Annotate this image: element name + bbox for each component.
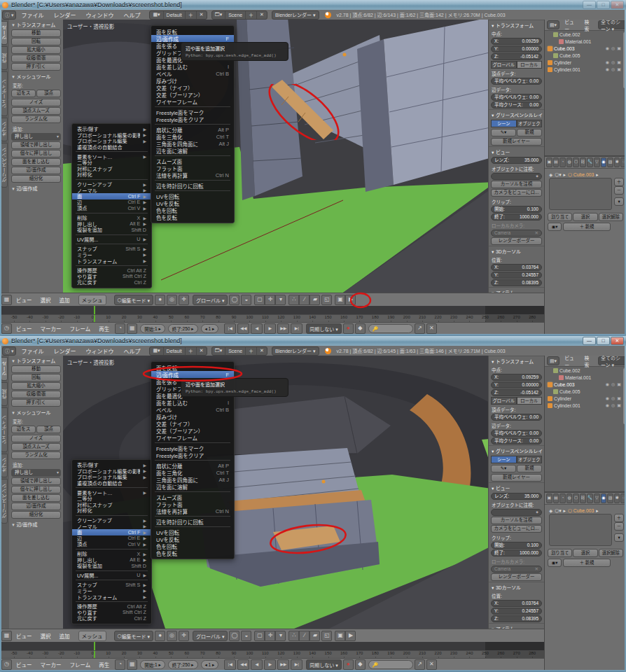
outliner-row-1[interactable]: Material.001 [545,374,626,381]
face-submenu-item-22[interactable]: 法線を再計算Ctrl N [151,507,234,514]
selectable-arrow-icon[interactable]: ◎ [611,46,615,50]
frame-end-field[interactable]: 終了: 250 ▸ [168,660,198,669]
face-submenu-item-8[interactable]: 交差（ナイフ） [151,420,234,427]
layout-add-button[interactable]: ＋ [186,11,197,19]
outliner-editor-type-button[interactable]: ▤▾ [547,356,559,365]
keying-set-icon[interactable]: ◆ [355,323,366,334]
gpencil-object-toggle[interactable]: オブジェクト [517,120,543,127]
mesh-context-menu-item-24[interactable]: トランスフォーム▶ [72,258,151,264]
pivot-point-dropdown[interactable]: ◎ [167,295,177,305]
screen-layout-selector[interactable]: ▦▾Default＋✕ [149,346,207,356]
timeline-menu-2[interactable]: フレーム [70,325,91,332]
snap-peel-icon[interactable]: ▾ [275,631,286,641]
median-field-1[interactable]: Y:0.00000 [491,382,542,388]
mesh-context-menu-item-24[interactable]: トランスフォーム▶ [72,594,151,600]
outliner-menu-0[interactable]: ビュー [564,356,574,368]
tool-button-1[interactable]: 回転 [11,374,61,382]
properties-tab-render[interactable]: ▣ [546,493,552,503]
record-button[interactable]: ● [343,659,354,670]
keying-set-icon[interactable]: ◆ [355,659,366,670]
visibility-eye-icon[interactable]: ◉ [606,396,609,400]
prev-keyframe-button[interactable]: ◀◀ [237,323,249,334]
properties-tab-data[interactable]: ▽ [594,158,600,167]
properties-tab-particles[interactable]: ✱ [614,158,620,167]
face-submenu-item-26[interactable]: UVを回転 [151,528,234,536]
properties-tab-modifiers[interactable]: 🔧 [587,493,594,503]
face-submenu-item-8[interactable]: 交差（ナイフ） [151,84,234,91]
vertex-slide-button[interactable]: 頂点 [36,426,61,433]
lock-camera-button[interactable]: カメラをビューにロ... [491,525,542,533]
face-submenu-item-28[interactable]: 色を回転 [151,542,234,550]
properties-tab-modifiers[interactable]: 🔧 [587,158,594,167]
frame-end-field[interactable]: 終了: 250 ▸ [168,324,198,333]
mode-dropdown[interactable]: ⬡ 編集モード ▾ [114,631,154,641]
viewport-shading-dropdown[interactable]: ● [155,631,165,641]
select-mode-vertex-icon[interactable]: ∴ [288,295,299,305]
view3d-menu-0[interactable]: ビュー [16,632,32,640]
properties-tab-particles[interactable]: ✱ [614,493,620,503]
play-button[interactable]: ▶ [264,659,276,670]
editor-type-button[interactable]: ⓘ ▾ [2,10,16,20]
tool-button-4[interactable]: 押す/引く [11,399,61,407]
slot-op-1[interactable]: 選択 [573,549,597,557]
face-submenu-item-10[interactable]: ワイヤーフレーム [151,98,234,105]
add-button-1[interactable]: 個々に押し出し [11,486,61,493]
properties-tab-world[interactable]: ◍ [566,158,573,167]
sync-dropdown[interactable]: 同期しない ▾ [306,323,341,334]
insert-keyframe-button[interactable]: ↗ [415,659,425,670]
crease-field[interactable]: 平均クリース:0.00 [491,102,542,108]
material-new-button[interactable]: ＋ 新規 [563,559,611,567]
slot-op-0[interactable]: 割り当て [548,549,572,557]
timeline-menu-3[interactable]: 再生 [99,661,109,668]
panel-header-item[interactable]: アイテム [489,623,544,629]
panel-header-3dcursor[interactable]: 3Dカーソル [489,246,544,255]
menu-2[interactable]: ウィンドウ [85,347,113,355]
maximize-button[interactable]: □ [597,337,610,345]
face-submenu-item-9[interactable]: 交差（ブーリアン） [151,427,234,434]
snap-element-dropdown[interactable]: ▢ [254,631,265,641]
space-toggle[interactable]: グローバルローカル [491,397,542,405]
select-mode-edge-icon[interactable]: ∕ [299,631,309,641]
mesh-context-menu-item-14[interactable]: 頂点Ctrl V▶ [72,541,151,547]
snap-target-icon[interactable]: ✛ [265,295,275,305]
render-engine-selector[interactable]: Blenderレンダー ▾ [272,346,319,356]
add-button-1[interactable]: 個々に押し出し [11,150,61,158]
outliner-row-5[interactable]: Cylinder.001◉◎▣ [545,66,626,73]
scene-delete-icon[interactable]: ✕ [257,347,267,355]
face-submenu-item-15[interactable]: 扇状に分離Alt P [151,126,234,133]
scene-selector[interactable]: 🗔▾Scene＋✕ [211,10,267,20]
tool-button-2[interactable]: 拡大縮小 [11,382,61,390]
scene-selector[interactable]: 🗔▾Scene＋✕ [211,346,267,356]
add-button-4[interactable]: 細分化 [11,511,61,519]
layout-delete-icon[interactable]: ✕ [197,11,207,19]
menu-0[interactable]: ファイル [21,11,43,19]
jump-end-button[interactable]: ▶| [291,323,302,334]
outliner-row-3[interactable]: Cube.005 [545,388,626,395]
toolshelf-tab-0[interactable]: ツール [1,21,8,45]
face-submenu-item-24[interactable]: 辺を時計回りに回転 [151,518,234,525]
median-field-0[interactable]: X:0.09259 [491,374,542,381]
renderable-camera-icon[interactable]: ▣ [617,46,621,50]
median-field-2[interactable]: Z:-0.05142 [491,53,542,60]
face-submenu-item-1[interactable]: 辺/面作成F [151,371,234,378]
tool-button-2[interactable]: 拡大縮小 [11,46,61,54]
deform-button-0[interactable]: ノイズ [11,435,61,442]
median-field-0[interactable]: X:0.09259 [491,38,542,45]
properties-tab-material[interactable]: ◉ [601,158,607,167]
delete-keyframe-button[interactable]: ✕ [426,323,437,334]
gpencil-object-toggle[interactable]: オブジェクト [517,456,543,463]
face-submenu-item-28[interactable]: 色を回転 [151,206,234,214]
layout-add-button[interactable]: ＋ [186,347,197,355]
face-submenu-item-12[interactable]: Freestyle面をマーク [151,444,234,451]
menu-3[interactable]: ヘルプ [123,11,140,19]
face-submenu-item-5[interactable]: 面を差し込むI [151,399,234,406]
deform-button-1[interactable]: 頂点スムーズ [11,107,61,115]
mode-dropdown[interactable]: ⬡ 編集モード ▾ [114,295,154,305]
frame-lock-icon[interactable]: ▦ [127,323,137,334]
gpencil-icon-button[interactable]: ✎▾ [491,129,516,136]
slot-op-1[interactable]: 選択 [573,213,597,221]
window-titlebar[interactable]: Blender* [C:¥Users¥anazawa¥Downloads¥scr… [0,0,626,10]
lens-field[interactable]: レンズ:35.000 [491,493,542,500]
lens-field[interactable]: レンズ:35.000 [491,157,542,164]
selectable-arrow-icon[interactable]: ◎ [611,396,615,400]
